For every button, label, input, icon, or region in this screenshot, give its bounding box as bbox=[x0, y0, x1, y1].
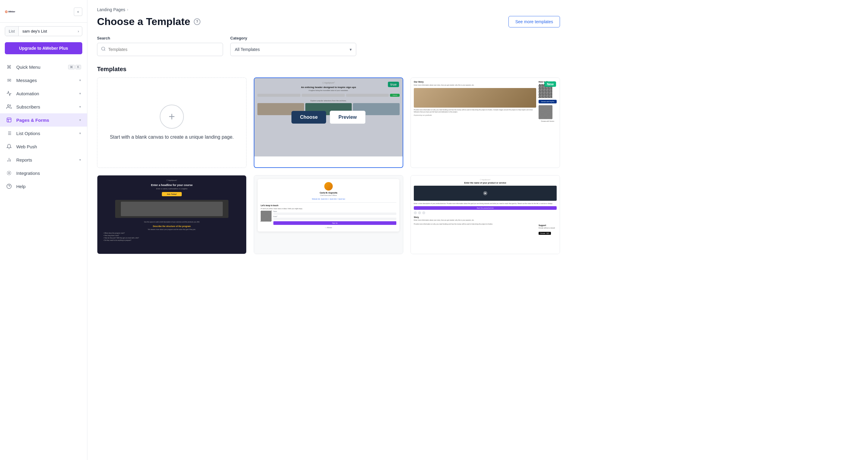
search-icon bbox=[101, 47, 106, 53]
template-card-weekly-course[interactable]: ⬡ logolpsum° Enter a headline for your c… bbox=[97, 175, 247, 254]
category-value: All Templates bbox=[235, 47, 260, 52]
automation-icon bbox=[6, 90, 12, 96]
dq-img bbox=[414, 88, 536, 108]
preview-button[interactable]: Preview bbox=[330, 111, 365, 124]
sidebar-item-label: Subscribers bbox=[16, 104, 75, 110]
sidebar: AWeber « List sam dey's List › Upgrade t… bbox=[0, 0, 87, 460]
search-group: Search bbox=[97, 36, 223, 56]
chevron-down-icon: ▾ bbox=[79, 118, 81, 122]
messages-icon: ✉ bbox=[6, 77, 12, 83]
sidebar-item-subscribers[interactable]: Subscribers ▾ bbox=[0, 100, 87, 113]
choose-button[interactable]: Choose bbox=[291, 111, 326, 124]
svg-text:AWeber: AWeber bbox=[8, 10, 16, 13]
cf-social-icon-1 bbox=[414, 211, 417, 214]
template-card-virtual-business-card[interactable]: Carla M. Esposita Chief Executive Office… bbox=[254, 175, 403, 254]
sidebar-item-automation[interactable]: Automation ▾ bbox=[0, 87, 87, 100]
wc-headline: Enter a headline for your course bbox=[101, 184, 243, 187]
vbc-aweber-logo: — AWeber bbox=[261, 227, 396, 228]
vbc-avatar bbox=[324, 182, 333, 190]
template-preview-weekly-course: ⬡ logolpsum° Enter a headline for your c… bbox=[97, 176, 246, 254]
template-card-donations-qr[interactable]: New Our Story Enter more information abo… bbox=[410, 78, 560, 168]
sidebar-item-label: Web Push bbox=[16, 144, 81, 149]
sidebar-item-quick-menu[interactable]: ⌘ Quick Menu ⌘K bbox=[0, 60, 87, 73]
help-icon bbox=[6, 183, 12, 189]
sidebar-item-label: Help bbox=[16, 184, 81, 189]
template-overlay: Choose Preview bbox=[254, 78, 403, 156]
template-card-crowdfunding[interactable]: ⬡ logolpsum° Enter the name of your prod… bbox=[410, 175, 560, 254]
svg-rect-5 bbox=[7, 118, 11, 122]
vbc-title: Chief Executive Officer bbox=[261, 194, 396, 196]
subscribers-icon bbox=[6, 104, 12, 110]
chevron-down-icon: ▾ bbox=[79, 131, 81, 135]
integrations-icon bbox=[6, 170, 12, 176]
svg-point-4 bbox=[7, 104, 9, 106]
dq-qr-2 bbox=[538, 105, 553, 119]
template-card-social-proof[interactable]: Choose Preview ⬡ logolpsum° An enticing … bbox=[254, 78, 403, 168]
cf-social bbox=[414, 211, 557, 214]
chevron-down-icon: ▾ bbox=[79, 92, 81, 96]
svg-point-20 bbox=[101, 47, 105, 50]
templates-section-title: Templates bbox=[97, 66, 560, 73]
pages-forms-icon bbox=[6, 117, 12, 123]
sidebar-item-list-options[interactable]: List Options ▾ bbox=[0, 127, 87, 140]
svg-point-2 bbox=[6, 11, 7, 12]
chevron-down-icon: ▾ bbox=[79, 105, 81, 109]
vbc-email-field bbox=[273, 218, 396, 220]
sidebar-item-reports[interactable]: Reports ▾ bbox=[0, 153, 87, 166]
sidebar-item-label: Automation bbox=[16, 91, 75, 96]
wc-desc: Tell viewers more about your program and… bbox=[101, 228, 243, 230]
build-from-scratch-card[interactable]: + Start with a blank canvas to create a … bbox=[97, 78, 247, 168]
chevron-down-icon: ▾ bbox=[79, 79, 81, 82]
category-group: Category All Templates ▾ bbox=[230, 36, 356, 56]
sidebar-item-help[interactable]: Help bbox=[0, 180, 87, 193]
vbc-qr-row: Name Email * Sign Up bbox=[261, 211, 396, 225]
sidebar-item-pages-forms[interactable]: Pages & Forms ▾ bbox=[0, 113, 87, 127]
quick-menu-icon: ⌘ bbox=[6, 64, 12, 70]
sidebar-item-label: Integrations bbox=[16, 171, 81, 176]
sidebar-item-label: List Options bbox=[16, 131, 75, 136]
main-content: Landing Pages › Choose a Template ? See … bbox=[87, 0, 868, 460]
svg-point-17 bbox=[9, 173, 10, 174]
cf-social-icon-3 bbox=[422, 211, 425, 214]
sidebar-item-label: Quick Menu bbox=[16, 64, 64, 70]
list-label: List bbox=[5, 27, 19, 36]
template-preview-crowdfunding: ⬡ logolpsum° Enter the name of your prod… bbox=[411, 176, 560, 254]
list-chevron-icon: › bbox=[75, 27, 82, 36]
filter-row: Search Category All Templates ▾ bbox=[97, 36, 356, 56]
sidebar-item-label: Messages bbox=[16, 78, 75, 83]
breadcrumb-separator: › bbox=[127, 7, 128, 12]
vbc-divider bbox=[261, 202, 396, 203]
sidebar-item-messages[interactable]: ✉ Messages ▾ bbox=[0, 73, 87, 87]
collapse-sidebar-button[interactable]: « bbox=[74, 7, 82, 16]
web-push-icon bbox=[6, 144, 12, 150]
breadcrumb-landing-pages[interactable]: Landing Pages bbox=[97, 7, 125, 12]
cf-story-text: Enter more information about your story,… bbox=[414, 219, 557, 221]
vbc-contact-title: Let's keep in touch bbox=[261, 204, 396, 207]
sidebar-item-label: Reports bbox=[16, 157, 75, 162]
cf-social-icon-2 bbox=[418, 211, 421, 214]
search-input-wrap bbox=[97, 43, 223, 56]
see-more-templates-button[interactable]: See more templates bbox=[508, 16, 560, 27]
page-title-left: Choose a Template ? bbox=[97, 16, 200, 27]
cf-story-title: Story bbox=[414, 216, 557, 218]
sidebar-item-integrations[interactable]: Integrations bbox=[0, 166, 87, 180]
category-select[interactable]: All Templates ▾ bbox=[230, 43, 356, 56]
nav-items: ⌘ Quick Menu ⌘K ✉ Messages ▾ Automation … bbox=[0, 59, 87, 460]
chevron-down-icon: ▾ bbox=[79, 158, 81, 162]
help-tooltip-icon[interactable]: ? bbox=[194, 19, 200, 25]
cf-desc: Enter a short description of your produc… bbox=[414, 203, 557, 205]
wc-logo: ⬡ logolpsum° bbox=[101, 179, 243, 181]
upgrade-button[interactable]: Upgrade to AWeber Plus bbox=[5, 42, 82, 54]
new-badge: New bbox=[544, 82, 556, 87]
template-preview-vbc: Carla M. Esposita Chief Executive Office… bbox=[254, 176, 403, 254]
sidebar-item-web-push[interactable]: Web Push bbox=[0, 140, 87, 153]
cf-video: ▶ bbox=[414, 186, 557, 201]
list-options-icon bbox=[6, 130, 12, 136]
search-input[interactable] bbox=[108, 47, 219, 52]
sidebar-header: AWeber « bbox=[0, 0, 87, 23]
list-selector[interactable]: List sam dey's List › bbox=[5, 26, 82, 36]
page-title: Choose a Template bbox=[97, 16, 190, 27]
cf-cta-btn: Back this product/service bbox=[414, 206, 557, 210]
aweber-logo: AWeber bbox=[5, 5, 18, 18]
vbc-submit-btn: Sign Up bbox=[273, 221, 396, 225]
